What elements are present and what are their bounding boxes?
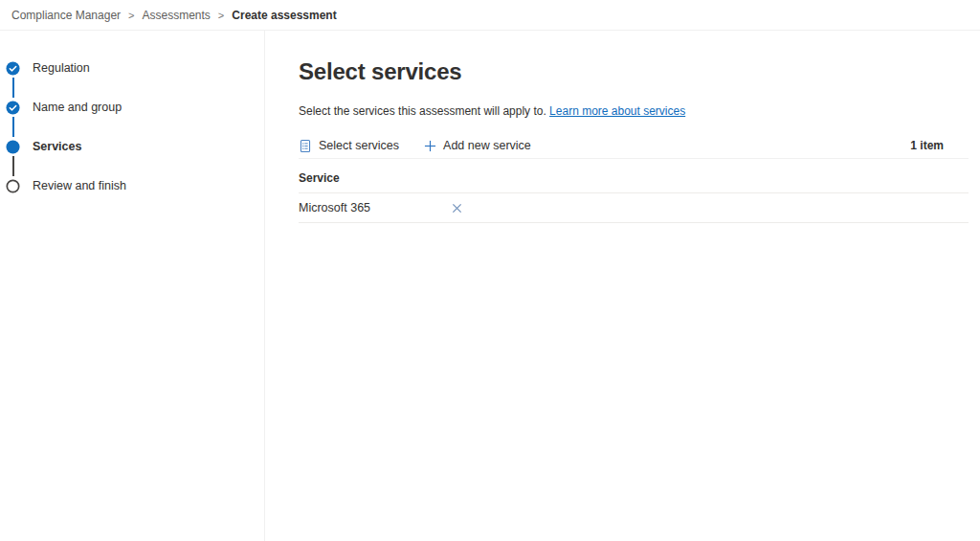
breadcrumb: Compliance Manager > Assessments > Creat… <box>0 0 980 31</box>
page-description: Select the services this assessment will… <box>299 104 969 118</box>
select-services-label: Select services <box>319 139 399 152</box>
step-label: Services <box>33 140 81 153</box>
wizard-step-regulation[interactable]: Regulation <box>6 60 264 76</box>
remove-service-button[interactable] <box>450 201 464 215</box>
step-label: Review and finish <box>33 179 126 192</box>
breadcrumb-separator: > <box>128 10 134 21</box>
plus-icon <box>424 140 436 152</box>
step-complete-check-icon <box>6 101 20 115</box>
step-current-dot-icon <box>6 140 20 154</box>
wizard-steps-sidebar: Regulation Name and group Services <box>0 31 265 541</box>
service-name: Microsoft 365 <box>299 201 450 214</box>
wizard-step-services[interactable]: Services <box>6 139 264 154</box>
close-icon <box>452 203 462 214</box>
breadcrumb-separator: > <box>218 10 224 21</box>
service-column-header: Service <box>299 171 969 193</box>
add-new-service-button[interactable]: Add new service <box>424 139 531 152</box>
command-bar: Select services Add new service 1 item <box>299 133 969 159</box>
breadcrumb-compliance-manager[interactable]: Compliance Manager <box>11 9 121 22</box>
main-panel: Select services Select the services this… <box>265 31 980 541</box>
step-label: Regulation <box>33 61 90 75</box>
item-count: 1 item <box>910 139 944 152</box>
wizard-step-review-and-finish[interactable]: Review and finish <box>6 178 264 193</box>
breadcrumb-create-assessment: Create assessment <box>232 9 336 22</box>
select-services-button[interactable]: Select services <box>299 139 399 153</box>
wizard-step-name-and-group[interactable]: Name and group <box>6 100 264 115</box>
page-title: Select services <box>299 58 969 85</box>
step-label: Name and group <box>33 101 122 114</box>
step-complete-check-icon <box>6 61 20 76</box>
table-row: Microsoft 365 <box>299 193 969 223</box>
step-upcoming-circle-icon <box>6 179 20 193</box>
learn-more-link[interactable]: Learn more about services <box>549 104 685 118</box>
add-new-service-label: Add new service <box>443 139 531 152</box>
breadcrumb-assessments[interactable]: Assessments <box>143 9 211 22</box>
page-description-text: Select the services this assessment will… <box>299 104 549 118</box>
services-table: Service Microsoft 365 <box>299 171 969 223</box>
service-list-icon <box>299 139 312 153</box>
